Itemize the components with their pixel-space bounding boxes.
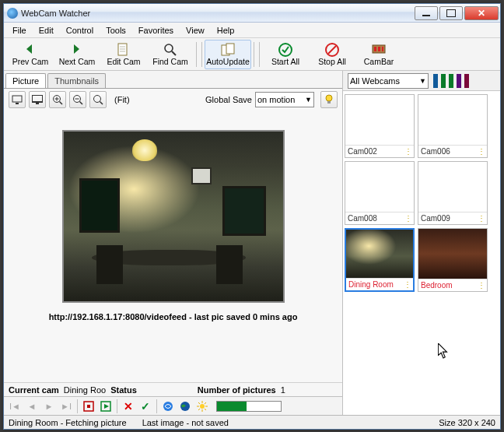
svg-point-36 — [200, 404, 205, 409]
svg-rect-17 — [32, 95, 43, 102]
prev-cam-button[interactable]: Prev Cam — [7, 40, 54, 69]
status-dots-icon: ⋮ — [478, 147, 485, 156]
status-stripe — [441, 74, 446, 88]
bulb-icon — [324, 94, 334, 105]
toolbar-label: Edit Cam — [107, 57, 140, 66]
monitor-icon — [12, 95, 23, 104]
svg-rect-13 — [378, 47, 380, 51]
svg-line-24 — [80, 101, 83, 104]
window-controls: ✕ — [415, 6, 499, 20]
svg-line-27 — [100, 101, 103, 104]
camera-filter-value: All Webcams — [350, 76, 400, 86]
edit-cam-button[interactable]: Edit Cam — [100, 40, 147, 69]
svg-point-28 — [326, 95, 332, 101]
svg-line-43 — [198, 409, 200, 410]
svg-rect-7 — [226, 44, 234, 54]
toolbar-label: Stop All — [318, 57, 346, 66]
first-button[interactable]: I◄ — [9, 400, 21, 413]
browser-button[interactable] — [162, 400, 174, 413]
zoom-reset-button[interactable] — [89, 91, 107, 108]
camera-cell[interactable]: Cam006⋮ — [418, 94, 488, 158]
global-save-label: Global Save — [205, 95, 252, 104]
camera-filter-select[interactable]: All Webcams ▼ — [348, 73, 429, 89]
tab-thumbnails[interactable]: Thumbnails — [47, 73, 106, 88]
no-entry-icon — [325, 43, 339, 57]
zoom-reset-icon — [93, 94, 103, 105]
next-cam-button[interactable]: Next Cam — [54, 40, 100, 69]
camera-cell[interactable]: Cam008⋮ — [345, 161, 415, 225]
image-status-line: http://192.168.1.17:8080/videofeed - las… — [4, 303, 342, 326]
last-button[interactable]: ►I — [60, 400, 72, 413]
cambar-button[interactable]: CamBar — [355, 40, 402, 69]
maximize-button[interactable] — [439, 6, 463, 20]
menu-tools[interactable]: Tools — [100, 24, 131, 37]
stop-all-button[interactable]: Stop All — [309, 40, 355, 69]
status-stripe — [464, 74, 469, 88]
camera-label: Cam006⋮ — [418, 145, 487, 157]
svg-line-5 — [172, 51, 176, 55]
stop-record-button[interactable] — [82, 400, 95, 413]
menu-view[interactable]: View — [180, 24, 210, 37]
bulb-button[interactable] — [320, 91, 338, 108]
menu-help[interactable]: Help — [212, 24, 240, 37]
camera-cell[interactable]: Dining Room⋮ — [345, 228, 415, 292]
close-button[interactable]: ✕ — [464, 6, 499, 20]
picture-sub-toolbar: (Fit) Global Save on motion ▼ — [4, 88, 342, 110]
menu-favorites[interactable]: Favorites — [133, 24, 179, 37]
toolbar-label: Prev Cam — [12, 57, 49, 66]
camera-cell[interactable]: Bedroom⋮ — [418, 228, 488, 292]
back-button[interactable]: ◄ — [26, 400, 38, 413]
magnifier-icon — [163, 43, 177, 57]
svg-marker-33 — [104, 404, 109, 409]
view-actual-button[interactable] — [9, 91, 26, 108]
statusbar-left: Dining Room - Fetching picture — [9, 418, 127, 427]
tab-picture[interactable]: Picture — [5, 73, 46, 88]
accept-button[interactable]: ✓ — [139, 400, 152, 413]
globe-icon — [180, 401, 191, 412]
zoom-in-icon — [52, 94, 63, 105]
minimize-button[interactable] — [415, 6, 438, 20]
svg-rect-15 — [12, 96, 22, 102]
delete-button[interactable]: ✕ — [122, 400, 135, 413]
fit-label: (Fit) — [114, 95, 130, 104]
check-green-icon — [278, 43, 292, 57]
camera-label: Cam008⋮ — [345, 212, 414, 224]
menu-file[interactable]: File — [7, 24, 32, 37]
toolbar-label: Next Cam — [59, 57, 96, 66]
num-pictures-label: Number of pictures — [198, 385, 276, 395]
status-stripe — [449, 74, 453, 88]
num-pictures-value: 1 — [281, 385, 285, 395]
svg-line-10 — [328, 46, 336, 54]
find-cam-button[interactable]: Find Cam — [147, 40, 194, 69]
camera-cell[interactable]: Cam002⋮ — [345, 94, 415, 158]
global-save-select[interactable]: on motion ▼ — [255, 92, 314, 107]
arrow-left-icon — [23, 43, 37, 57]
main-toolbar: Prev CamNext CamEdit CamFind CamAutoUpda… — [4, 38, 500, 71]
menu-edit[interactable]: Edit — [33, 24, 59, 37]
camera-thumbnail — [418, 95, 487, 145]
camera-cell[interactable]: Cam009⋮ — [418, 161, 488, 225]
camera-image — [62, 130, 285, 303]
svg-line-42 — [205, 409, 206, 410]
auto-update-button[interactable]: AutoUpdate — [205, 40, 251, 69]
camera-thumbnail — [418, 162, 487, 212]
menu-control[interactable]: Control — [61, 24, 99, 37]
play-record-button[interactable] — [100, 400, 112, 413]
status-label: Status — [110, 385, 137, 395]
zoom-in-button[interactable] — [49, 91, 66, 108]
monitor-bold-icon — [32, 95, 43, 104]
toolbar-label: CamBar — [364, 57, 394, 66]
svg-line-20 — [60, 101, 63, 104]
view-fit-button[interactable] — [29, 91, 46, 108]
globe-button[interactable] — [179, 400, 191, 413]
sun-icon — [197, 401, 208, 412]
status-dots-icon: ⋮ — [478, 214, 485, 223]
forward-button[interactable]: ► — [43, 400, 55, 413]
right-top-bar: All Webcams ▼ — [343, 71, 500, 91]
chevron-down-icon: ▼ — [305, 96, 312, 104]
brightness-button[interactable] — [196, 400, 208, 413]
zoom-out-button[interactable] — [69, 91, 86, 108]
status-stripes — [433, 74, 469, 88]
start-all-button[interactable]: Start All — [262, 40, 309, 69]
status-stripe — [457, 74, 461, 88]
